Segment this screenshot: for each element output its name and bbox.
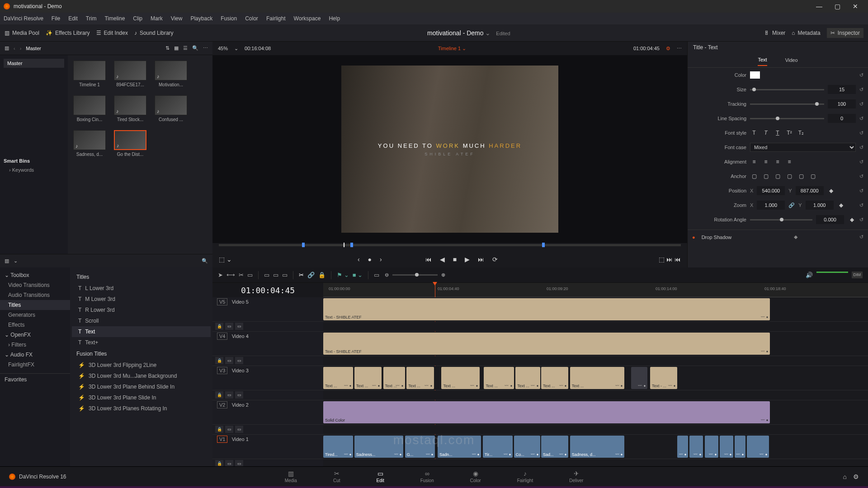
fx-tree-effects[interactable]: Effects [0, 320, 70, 330]
tracking-value[interactable]: 100 [828, 99, 856, 108]
menu-timeline[interactable]: Timeline [104, 15, 125, 22]
clip[interactable]: Tired...〰 ◆ [323, 436, 353, 458]
title-item[interactable]: TText [72, 326, 211, 337]
lock-icon[interactable]: 🔒 [215, 323, 223, 330]
color-swatch[interactable] [750, 71, 760, 79]
menu-davinci-resolve[interactable]: DaVinci Resolve [4, 15, 43, 22]
chevron-down-icon[interactable]: ⌄ [485, 29, 491, 37]
clip[interactable]: 〰 ◆ [747, 436, 769, 458]
track-body[interactable]: Text ...〰 ◆Text ...〰 ◆Text ...〰 ◆Text ..… [323, 366, 868, 390]
metadata-toggle[interactable]: ⌂Metadata [792, 30, 820, 36]
insert-tool-icon[interactable]: ▭ [247, 272, 253, 278]
link-icon[interactable]: 🔗 [307, 272, 315, 278]
auto-select-icon[interactable]: ▭ [225, 426, 233, 433]
clip[interactable]: Text ...〰 ◆ [570, 367, 625, 389]
edit-index-toggle[interactable]: ☰Edit Index [96, 30, 128, 36]
clip[interactable]: Text - SHIBLE ATEF〰 ◆ [323, 333, 770, 355]
lock-icon[interactable]: 🔒 [215, 357, 223, 364]
media-thumb[interactable]: Confused ... [155, 95, 187, 122]
clip[interactable]: Solid Color〰 ◆ [323, 401, 770, 423]
clip[interactable]: Tir...〰 ◆ [483, 436, 513, 458]
zoom-out-icon[interactable]: ⊖ [385, 272, 389, 278]
linespacing-slider[interactable] [750, 118, 824, 119]
clip[interactable]: 〰 ◆ [705, 436, 718, 458]
reset-icon[interactable]: ↺ [859, 217, 863, 223]
replace-clip-icon[interactable]: ▭ [282, 272, 288, 278]
timeline-name[interactable]: Timeline 1 ⌄ [277, 46, 627, 52]
chevron-left-icon[interactable]: ‹ [14, 46, 15, 51]
mute-icon[interactable]: ▭ [235, 426, 243, 433]
go-start-icon[interactable]: ⏮ [425, 256, 432, 263]
blade-tool-icon[interactable]: ✂ [239, 272, 244, 278]
fx-tree-audio-transitions[interactable]: Audio Transitions [0, 290, 70, 300]
marker-icon[interactable]: ■ ⌄ [353, 272, 363, 278]
dim-button[interactable]: DIM [852, 272, 863, 278]
clip[interactable]: Text ...〰 ◆ [383, 367, 405, 389]
clip[interactable]: Sadness, d...〰 ◆ [570, 436, 625, 458]
clip[interactable]: 〰 ◆ [720, 436, 733, 458]
smart-bin-keywords[interactable]: › Keywords [4, 167, 64, 173]
tab-text[interactable]: Text [758, 57, 767, 66]
clip[interactable]: Text ...〰 ◆ [484, 367, 514, 389]
options-icon[interactable]: ⋯ [203, 45, 208, 51]
media-thumb[interactable]: Go the Dist... [114, 130, 146, 157]
clip[interactable]: Text ...〰 ◆ [441, 367, 479, 389]
bin-master[interactable]: Master [4, 59, 64, 68]
clip[interactable]: Co...〰 ◆ [514, 436, 540, 458]
step-back-icon[interactable]: ◀ [440, 256, 445, 263]
fx-fairlight[interactable]: FairlightFX [0, 360, 70, 370]
align-justify-icon[interactable]: ≡ [785, 159, 793, 165]
timeline-zoom-slider[interactable]: ⊖ ⊕ [385, 272, 800, 278]
reset-icon[interactable]: ↺ [859, 174, 863, 179]
pos-x[interactable]: 540.000 [757, 186, 785, 195]
reset-icon[interactable]: ↺ [859, 159, 863, 165]
lock-icon[interactable]: 🔒 [215, 460, 223, 466]
rotation-slider[interactable] [750, 219, 812, 221]
track-body[interactable]: Text - SHIBLE ATEF〰 ◆ [323, 332, 868, 356]
home-icon[interactable]: ⌂ [843, 473, 847, 480]
anchor-tl-icon[interactable]: ▢ [750, 173, 758, 179]
clip[interactable]: Text ...〰 ◆ [406, 367, 434, 389]
maximize-button[interactable]: ▢ [828, 3, 846, 10]
toolbox-header[interactable]: ⌄ Toolbox [0, 270, 70, 280]
fx-tree-generators[interactable]: Generators [0, 310, 70, 320]
reset-icon[interactable]: ↺ [859, 202, 863, 208]
volume-icon[interactable]: 🔊 [806, 272, 813, 278]
anchor-ml-icon[interactable]: ▢ [785, 173, 793, 179]
mute-icon[interactable]: ▭ [235, 323, 243, 330]
loop-icon[interactable]: ⟳ [492, 256, 498, 263]
insert-clip-icon[interactable]: ▭ [264, 272, 269, 278]
anchor-mc-icon[interactable]: ▢ [797, 173, 805, 179]
anchor-tr-icon[interactable]: ▢ [774, 173, 782, 179]
sort-icon[interactable]: ⇅ [165, 45, 170, 51]
viewer-canvas[interactable]: YOU NEED TO WORK MUCH HARDER SHIBLE ATEF [212, 55, 687, 243]
timeline-ruler[interactable]: 01:00:00:0001:00:04:4001:00:09:2001:00:1… [323, 283, 868, 297]
reset-icon[interactable]: ↺ [859, 116, 863, 122]
panel-layout-icon[interactable]: ▥ [5, 258, 9, 264]
gear-icon[interactable]: ⚙ [666, 46, 670, 52]
page-fairlight[interactable]: ♪Fairlight [517, 470, 533, 483]
go-end-icon[interactable]: ⏭ [478, 256, 484, 263]
effects-library-toggle[interactable]: ✨Effects Library [46, 30, 90, 36]
auto-select-icon[interactable]: ▭ [225, 357, 233, 364]
mute-icon[interactable]: ▭ [235, 391, 243, 399]
link-icon[interactable]: 🔗 [788, 202, 795, 208]
track-body[interactable]: Tired...〰 ◆Sadness...〰 ◆G...〰 ◆Sadn...〰 … [323, 435, 868, 459]
keyframe-icon[interactable]: ◆ [827, 188, 835, 194]
clip[interactable]: Text - SHIBLE ATEF〰 ◆ [323, 298, 770, 320]
close-button[interactable]: ✕ [846, 3, 864, 10]
rotation-value[interactable]: 0.000 [816, 215, 844, 224]
zoom-in-icon[interactable]: ⊕ [441, 272, 445, 278]
search-icon[interactable]: 🔍 [192, 45, 198, 51]
overwrite-clip-icon[interactable]: ▭ [273, 272, 278, 278]
anchor-tc-icon[interactable]: ▢ [762, 173, 770, 179]
fx-tree-titles[interactable]: Titles [0, 300, 70, 310]
zoom-x[interactable]: 1.000 [757, 201, 785, 210]
mixer-toggle[interactable]: 🎚Mixer [764, 30, 785, 36]
menu-file[interactable]: File [52, 15, 60, 22]
search-icon[interactable]: 🔍 [202, 258, 208, 264]
page-deliver[interactable]: ✈Deliver [569, 470, 583, 483]
align-left-icon[interactable]: ≡ [750, 159, 758, 165]
view-options-icon[interactable]: ▭ [374, 272, 379, 278]
chevron-right-icon[interactable]: › [20, 46, 22, 51]
